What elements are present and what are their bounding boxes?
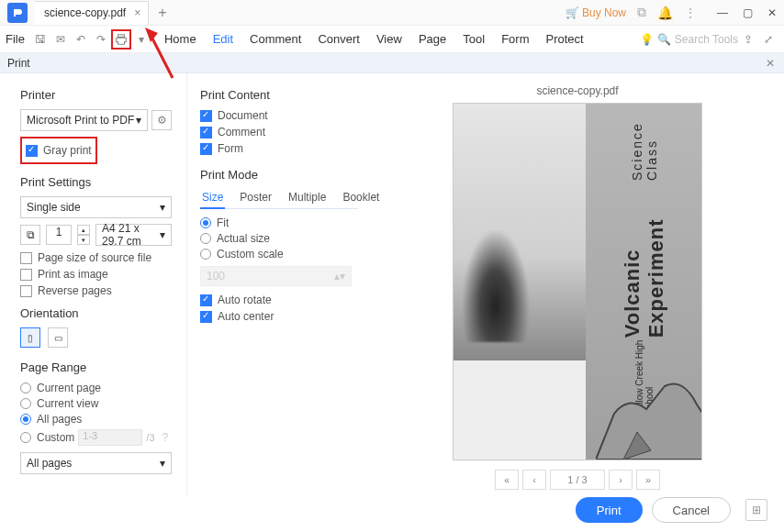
source-size-checkbox[interactable]: Page size of source file (20, 251, 172, 264)
app-icon (7, 3, 28, 23)
sides-select[interactable]: Single side▾ (20, 196, 172, 218)
close-tab-icon[interactable]: × (134, 6, 140, 19)
menubar: File 🖫 ✉ ↶ ↷ ▾ Home Edit Comment Convert… (0, 26, 784, 53)
paper-size-select[interactable]: A4 21 x 29.7 cm▾ (95, 224, 172, 246)
print-mode-title: Print Mode (200, 168, 358, 182)
save-icon[interactable]: 🖫 (30, 29, 50, 50)
print-button[interactable]: Print (576, 497, 643, 523)
tab-poster[interactable]: Poster (238, 189, 274, 208)
gray-print-checkbox[interactable]: Gray print (26, 144, 92, 157)
print-as-image-checkbox[interactable]: Print as image (20, 268, 172, 281)
print-settings-title: Print Settings (20, 175, 172, 189)
dropdown-arrow-icon[interactable]: ▾ (131, 29, 151, 50)
orientation-landscape[interactable]: ▭ (48, 327, 68, 348)
menu-protect[interactable]: Protect (545, 32, 583, 46)
menu-tool[interactable]: Tool (463, 32, 485, 46)
menu-form[interactable]: Form (501, 32, 529, 46)
preview-pager: « ‹ 1 / 3 › » (495, 470, 660, 490)
zoom-input: 100▴▾ (200, 266, 352, 286)
print-content-title: Print Content (200, 88, 358, 102)
page-last[interactable]: » (636, 470, 660, 490)
printer-section-title: Printer (20, 88, 172, 102)
checkbox-icon (26, 145, 38, 157)
tab-document[interactable]: science-copy.pdf × (35, 1, 149, 25)
copies-up[interactable]: ▴ (77, 225, 90, 235)
file-menu[interactable]: File (6, 32, 25, 46)
orientation-portrait[interactable]: ▯ (20, 327, 40, 348)
menu-comment[interactable]: Comment (250, 32, 301, 46)
tab-label: science-copy.pdf (44, 6, 126, 19)
page-range-title: Page Range (20, 360, 172, 374)
page-first[interactable]: « (495, 470, 519, 490)
notification-icon[interactable]: 🔔 (657, 6, 673, 20)
auto-rotate-checkbox[interactable]: Auto rotate (200, 294, 358, 306)
copies-down[interactable]: ▾ (77, 235, 90, 245)
undo-icon[interactable]: ↶ (71, 29, 91, 50)
bulb-icon[interactable]: 💡 (637, 29, 657, 50)
copies-input[interactable]: 1 (46, 225, 72, 245)
range-current-page[interactable]: Current page (20, 382, 172, 394)
print-preview: Science Class Volcanic Experiment Willow… (453, 103, 702, 460)
printer-settings-button[interactable]: ⚙ (151, 110, 172, 130)
print-dialog-header: Print ✕ (0, 53, 784, 73)
external-icon[interactable]: ⤢ (758, 29, 778, 50)
print-dialog-body: Printer Microsoft Print to PDF▾ ⚙ Gray p… (0, 73, 784, 495)
minimize-button[interactable]: — (717, 6, 728, 19)
menu-convert[interactable]: Convert (318, 32, 360, 46)
mail-icon[interactable]: ✉ (50, 29, 71, 50)
page-indicator: 1 / 3 (550, 470, 605, 490)
range-total: /3 (146, 432, 154, 443)
buy-now-link[interactable]: 🛒 Buy Now (566, 6, 626, 19)
printer-select[interactable]: Microsoft Print to PDF▾ (20, 109, 148, 131)
chevron-down-icon: ▾ (160, 228, 165, 241)
print-dialog-title: Print (7, 57, 30, 70)
page-prev[interactable]: ‹ (522, 470, 546, 490)
reverse-pages-checkbox[interactable]: Reverse pages (20, 284, 172, 297)
help-icon[interactable]: ? (162, 431, 169, 444)
print-icon[interactable] (111, 29, 131, 50)
preview-subtitle: Science Class (630, 104, 659, 181)
size-actual[interactable]: Actual size (200, 232, 358, 245)
menu-items: Home Edit Comment Convert View Page Tool… (164, 32, 584, 46)
size-custom[interactable]: Custom scale (200, 248, 358, 260)
orientation-title: Orientation (20, 306, 172, 320)
menu-page[interactable]: Page (419, 32, 446, 46)
preview-title: Volcanic Experiment (621, 181, 668, 338)
cancel-button[interactable]: Cancel (652, 497, 731, 523)
maximize-button[interactable]: ▢ (743, 6, 753, 19)
share-icon[interactable]: ⧉ (637, 5, 646, 20)
mode-tabs: Size Poster Multiple Booklet (200, 189, 358, 209)
custom-range-input[interactable]: 1-3 (78, 429, 142, 446)
redo-icon[interactable]: ↷ (91, 29, 111, 50)
more-icon[interactable]: ⋮ (684, 6, 697, 20)
search-tools[interactable]: 🔍 Search Tools (657, 33, 738, 46)
range-all-pages[interactable]: All pages (20, 413, 172, 426)
content-form-checkbox[interactable]: Form (200, 142, 358, 155)
titlebar: science-copy.pdf × + 🛒 Buy Now ⧉ 🔔 ⋮ — ▢… (0, 0, 784, 26)
close-window-button[interactable]: ✕ (767, 6, 777, 19)
share2-icon[interactable]: ⇪ (738, 29, 758, 50)
page-next[interactable]: › (609, 470, 633, 490)
auto-center-checkbox[interactable]: Auto center (200, 310, 358, 323)
range-custom[interactable]: Custom (20, 431, 74, 444)
range-current-view[interactable]: Current view (20, 397, 172, 410)
layout-grid-button[interactable]: ⊞ (745, 499, 767, 521)
chevron-down-icon: ▾ (160, 201, 165, 214)
size-fit[interactable]: Fit (200, 216, 358, 229)
tab-multiple[interactable]: Multiple (286, 189, 328, 208)
chevron-down-icon: ▾ (160, 457, 165, 470)
preview-filename: science-copy.pdf (536, 84, 618, 97)
dialog-footer: Print Cancel ⊞ (576, 497, 767, 523)
new-tab-button[interactable]: + (158, 5, 166, 21)
close-dialog-button[interactable]: ✕ (766, 57, 775, 70)
tab-size[interactable]: Size (200, 189, 225, 209)
chevron-down-icon: ▾ (136, 114, 141, 127)
pages-filter-select[interactable]: All pages▾ (20, 452, 172, 474)
content-document-checkbox[interactable]: Document (200, 109, 358, 122)
content-comment-checkbox[interactable]: Comment (200, 126, 358, 139)
menu-view[interactable]: View (376, 32, 402, 46)
copies-icon: ⧉ (20, 225, 40, 245)
menu-edit[interactable]: Edit (213, 32, 233, 46)
menu-home[interactable]: Home (164, 32, 196, 46)
